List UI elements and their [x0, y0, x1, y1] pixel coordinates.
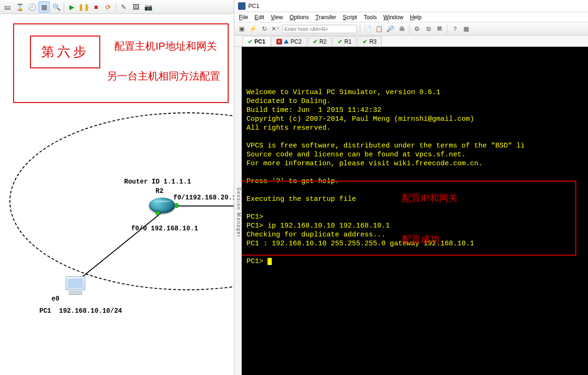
toolbar-separator — [409, 24, 409, 34]
pc-icon[interactable] — [64, 276, 87, 298]
router-icon[interactable] — [149, 198, 175, 213]
tab-label: R1 — [344, 38, 351, 45]
toolbar-btn[interactable]: 🔍 — [51, 1, 62, 13]
securecrt-toolbar: ▣ ⚡ ↻ ✕⁺ 📄 📋 🔎 🖶 ⚙ ⧉ 🛠 ? ▦ — [234, 22, 588, 36]
step-title: 第六步 — [30, 36, 100, 68]
terminal[interactable]: Welcome to Virtual PC Simulator, version… — [242, 47, 588, 375]
interface-dot — [174, 203, 179, 208]
session-tab[interactable]: ✔R3 — [357, 36, 381, 46]
window-titlebar: PC1 — [234, 0, 588, 12]
if-f00-label: f0/0 192.168.10.1 — [131, 225, 198, 232]
quickconnect-icon[interactable]: ⚡ — [248, 24, 258, 34]
reload-icon[interactable]: ⟳ — [103, 1, 114, 13]
print-icon[interactable]: 🖶 — [397, 24, 406, 34]
paste-icon[interactable]: 📋 — [374, 24, 384, 34]
toolbar-btn[interactable]: ✎ — [118, 1, 129, 13]
pause-icon[interactable]: ❚❚ — [78, 1, 89, 13]
toolbar-btn[interactable]: 🕘 — [26, 1, 37, 13]
area-ellipse — [9, 112, 234, 290]
session-tabs: ✔PC1✕PC2✔R2✔R1✔R3 — [234, 36, 588, 47]
session-tab[interactable]: ✔PC1 — [243, 36, 270, 46]
connected-icon: ✔ — [248, 38, 253, 45]
securecrt-window: PC1 File Edit View Options Transfer Scri… — [234, 0, 588, 375]
play-icon[interactable]: ▶ — [66, 1, 77, 13]
about-icon[interactable]: ▦ — [461, 24, 471, 34]
session-tab[interactable]: ✔R2 — [308, 36, 332, 46]
reconnect-icon[interactable]: ↻ — [260, 24, 269, 34]
annotation-text-1: 配置主机IP地址和网关 — [114, 39, 217, 53]
tab-label: R2 — [320, 38, 327, 45]
router-id-label: Router ID 1.1.1.1 — [124, 178, 191, 185]
toolbar-separator — [116, 2, 116, 12]
connected-icon: ✔ — [363, 38, 367, 45]
if-f01-label: f0/1192.168.20.1 — [173, 194, 234, 201]
interface-dot — [156, 211, 160, 215]
session-tab[interactable]: ✕PC2 — [271, 36, 306, 46]
connect-icon[interactable]: ▣ — [237, 24, 246, 34]
toolbar-separator — [447, 24, 447, 34]
topology-canvas[interactable]: 第六步 配置主机IP地址和网关 另一台主机相同方法配置 Router ID 1.… — [0, 14, 234, 375]
menu-file[interactable]: File — [239, 14, 248, 21]
session-tab[interactable]: ✔R1 — [333, 36, 357, 46]
log-icon[interactable]: ⧉ — [424, 24, 433, 34]
gns3-toolbar: 🖴 ⌛ 🕘 ▦ 🔍 ▶ ❚❚ ■ ⟳ ✎ 🖼 📷 — [0, 0, 234, 14]
toolbar-btn[interactable]: ⌛ — [14, 1, 25, 13]
toolbar-btn[interactable]: 🖴 — [2, 1, 13, 13]
copy-icon[interactable]: 📄 — [363, 24, 372, 34]
warn-icon — [284, 39, 289, 44]
stop-icon[interactable]: ■ — [90, 1, 102, 13]
help-icon[interactable]: ? — [450, 24, 460, 34]
gns3-panel: 🖴 ⌛ 🕘 ▦ 🔍 ▶ ❚❚ ■ ⟳ ✎ 🖼 📷 第六步 配置主机IP地址和网关… — [0, 0, 234, 375]
menu-bar: File Edit View Options Transfer Script T… — [234, 12, 588, 22]
menu-edit[interactable]: Edit — [254, 14, 264, 21]
app-icon — [238, 2, 246, 10]
properties-icon[interactable]: ⚙ — [412, 24, 422, 34]
connected-icon: ✔ — [338, 38, 342, 45]
menu-help[interactable]: Help — [410, 14, 422, 21]
annotation-text-2: 另一台主机相同方法配置 — [107, 69, 220, 83]
menu-view[interactable]: View — [271, 14, 283, 21]
tab-label: PC1 — [254, 38, 265, 45]
find-icon[interactable]: 🔎 — [386, 24, 395, 34]
router-name-label: R2 — [156, 187, 164, 195]
toolbar-btn[interactable]: 🖼 — [130, 1, 141, 13]
disconnect-icon[interactable]: ✕⁺ — [271, 24, 280, 34]
options-icon[interactable]: 🛠 — [435, 24, 444, 34]
toolbar-separator — [360, 24, 360, 34]
session-manager-strip[interactable]: Session Manager — [234, 47, 242, 375]
tab-label: PC2 — [290, 38, 301, 45]
toolbar-btn-active[interactable]: ▦ — [38, 1, 50, 13]
connected-icon: ✔ — [313, 38, 318, 45]
menu-options[interactable]: Options — [290, 14, 309, 21]
error-icon: ✕ — [276, 39, 282, 44]
menu-tools[interactable]: Tools — [364, 14, 377, 21]
window-title: PC1 — [248, 3, 259, 9]
menu-script[interactable]: Script — [343, 14, 357, 21]
tab-label: R3 — [369, 38, 376, 45]
pc-name-label: PC1 192.168.10.10/24 — [39, 307, 122, 315]
menu-transfer[interactable]: Transfer — [315, 14, 336, 21]
menu-window[interactable]: Window — [383, 14, 403, 21]
toolbar-btn[interactable]: 📷 — [142, 1, 154, 13]
terminal-cursor — [268, 258, 272, 265]
pc-if-label: e0 — [52, 295, 60, 302]
toolbar-separator — [64, 2, 64, 12]
terminal-output: Welcome to Virtual PC Simulator, version… — [246, 79, 586, 266]
host-input[interactable] — [282, 25, 357, 33]
